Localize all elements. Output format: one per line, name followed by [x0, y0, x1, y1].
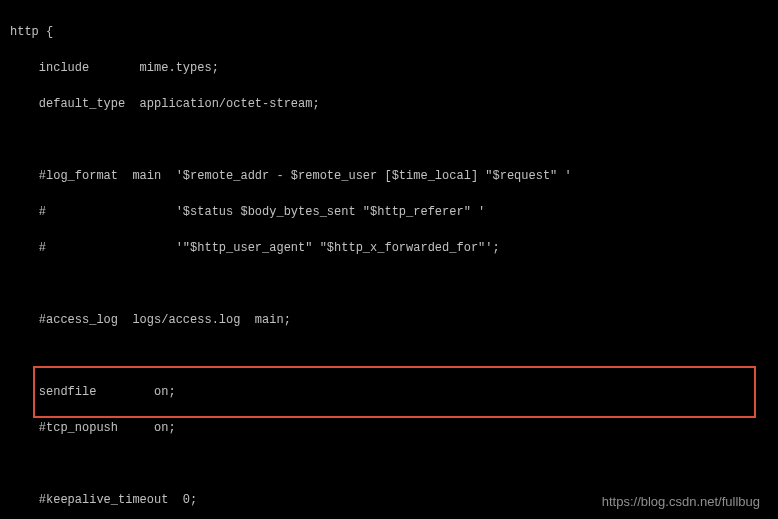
code-line — [10, 275, 778, 293]
csdn-watermark: https://blog.csdn.net/fullbug — [602, 492, 760, 512]
code-line: # '$status $body_bytes_sent "$http_refer… — [10, 203, 778, 221]
code-line: default_type application/octet-stream; — [10, 95, 778, 113]
code-line: # '"$http_user_agent" "$http_x_forwarded… — [10, 239, 778, 257]
code-line: #tcp_nopush on; — [10, 419, 778, 437]
code-line: #log_format main '$remote_addr - $remote… — [10, 167, 778, 185]
code-line: #access_log logs/access.log main; — [10, 311, 778, 329]
code-line — [10, 347, 778, 365]
code-line: http { — [10, 23, 778, 41]
code-line — [10, 455, 778, 473]
code-line: include mime.types; — [10, 59, 778, 77]
code-line — [10, 131, 778, 149]
code-line: sendfile on; — [10, 383, 778, 401]
nginx-config-code: http { include mime.types; default_type … — [10, 5, 778, 519]
